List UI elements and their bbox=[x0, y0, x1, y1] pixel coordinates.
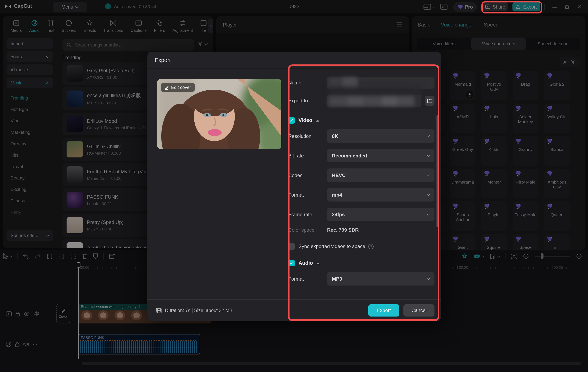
edit-pencil-icon bbox=[165, 85, 169, 90]
film-icon bbox=[156, 308, 162, 313]
export-summary: Duration: 7s | Size: about 32 MB bbox=[156, 308, 232, 313]
capcut-window: CapCut Menu ✓ Auto saved: 09:30:44 0923 … bbox=[0, 0, 588, 372]
edit-cover-button[interactable]: Edit cover bbox=[161, 83, 195, 92]
annotation-box-share-export bbox=[482, 1, 542, 13]
annotation-box-export-settings bbox=[288, 64, 439, 321]
export-cover-preview: Edit cover bbox=[157, 79, 281, 149]
